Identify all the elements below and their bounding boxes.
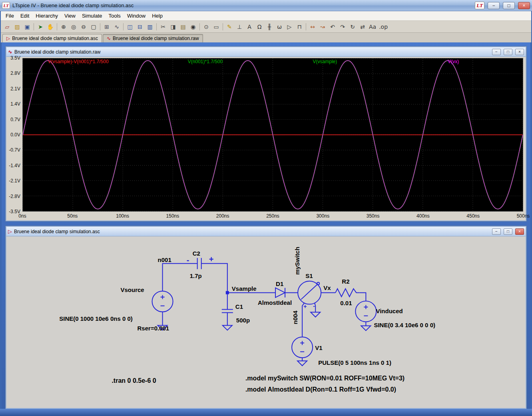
waveform-close-button[interactable]: × bbox=[515, 49, 524, 55]
move-icon[interactable]: ↔ bbox=[308, 22, 317, 31]
run-icon[interactable]: ➤ bbox=[36, 22, 45, 31]
menu-file[interactable]: File bbox=[2, 12, 17, 20]
diode-icon[interactable]: ▷ bbox=[285, 22, 294, 31]
c1-symbol[interactable] bbox=[222, 310, 233, 313]
window-frame-bottom bbox=[0, 409, 532, 416]
menu-tools[interactable]: Tools bbox=[106, 12, 124, 20]
menu-edit[interactable]: Edit bbox=[17, 12, 32, 20]
cascade-icon[interactable]: ▥ bbox=[145, 22, 155, 31]
window-titlebar[interactable]: LT LTspice IV - Bruene ideal diode clamp… bbox=[0, 0, 532, 11]
save-icon[interactable]: ▣ bbox=[22, 22, 32, 31]
text-icon[interactable]: Aa bbox=[368, 22, 377, 31]
schematic-label-model_switch_directive: .model mySwitch SW(RON=0.01 ROFF=10MEG V… bbox=[245, 375, 404, 382]
ltspice-window: LT LTspice IV - Bruene ideal diode clamp… bbox=[0, 0, 532, 416]
label-net-icon[interactable]: A bbox=[245, 22, 254, 31]
schematic-close-button[interactable]: × bbox=[515, 228, 524, 235]
tile-horizontal-icon[interactable]: ⊟ bbox=[135, 22, 145, 31]
plot-canvas[interactable]: V(vsample)-V(n001)*1.7/500V(n001)*1.7/50… bbox=[22, 58, 523, 212]
capacitor-icon[interactable]: ╫ bbox=[265, 22, 274, 31]
waveform-titlebar[interactable]: ∿ Bruene ideal diode clamp simulation.ra… bbox=[6, 47, 526, 57]
x-axis-tick: 350ns bbox=[367, 213, 380, 219]
zoom-full-icon[interactable]: ▢ bbox=[89, 22, 98, 31]
y-axis-tick: 2.1V bbox=[10, 86, 20, 92]
schematic-titlebar[interactable]: ▷ Bruene ideal diode clamp simulation.as… bbox=[6, 227, 526, 236]
menu-hierarchy[interactable]: Hierarchy bbox=[32, 12, 61, 20]
schematic-minimize-button[interactable]: − bbox=[492, 228, 501, 235]
spice-directive-icon[interactable]: .op bbox=[378, 22, 389, 31]
tile-vertical-icon[interactable]: ◫ bbox=[125, 22, 135, 31]
copy-icon[interactable]: ◨ bbox=[168, 22, 178, 31]
zoom-in-icon[interactable]: ⊕ bbox=[59, 22, 68, 31]
component-icon[interactable]: ⊓ bbox=[295, 22, 304, 31]
vinduced-symbol[interactable] bbox=[355, 301, 376, 322]
r2-symbol[interactable] bbox=[335, 289, 359, 297]
d1-symbol[interactable] bbox=[275, 288, 285, 298]
waveform-minimize-button[interactable]: − bbox=[492, 49, 501, 55]
y-axis-tick: -0.7V bbox=[9, 147, 20, 153]
vsample-node[interactable] bbox=[226, 291, 229, 294]
drag-icon[interactable]: ↝ bbox=[318, 22, 327, 31]
y-axis-tick: 2.8V bbox=[10, 70, 20, 76]
find-icon[interactable]: ◉ bbox=[188, 22, 198, 31]
vsource-symbol[interactable] bbox=[152, 291, 173, 312]
tab-label: Bruene ideal diode clamp simulation.asc bbox=[12, 36, 98, 41]
x-axis-tick: 500ns bbox=[517, 213, 530, 219]
zoom-pan-icon[interactable]: ◎ bbox=[69, 22, 78, 31]
rotate-icon[interactable]: ↻ bbox=[348, 22, 357, 31]
new-schematic-icon[interactable]: ▱ bbox=[2, 22, 12, 31]
x-axis-tick: 100ns bbox=[116, 213, 129, 219]
schematic-label-sw_minus: - bbox=[313, 303, 315, 309]
mirror-icon[interactable]: ⇄ bbox=[358, 22, 367, 31]
v1-symbol[interactable] bbox=[292, 337, 313, 358]
wire-icon[interactable]: ✎ bbox=[225, 22, 234, 31]
zoom-out-icon[interactable]: ⊖ bbox=[79, 22, 88, 31]
grid-icon[interactable]: ⊞ bbox=[102, 22, 112, 31]
minimize-button[interactable]: − bbox=[488, 2, 500, 9]
open-icon[interactable]: ▨ bbox=[12, 22, 22, 31]
mark-points-icon[interactable]: ∿ bbox=[112, 22, 122, 31]
undo-icon[interactable]: ↶ bbox=[328, 22, 337, 31]
x-axis-tick: 0ns bbox=[18, 213, 26, 219]
toolbar-separator bbox=[156, 23, 157, 30]
tab-waveform[interactable]: ∿Bruene ideal diode clamp simulation.raw bbox=[103, 34, 203, 42]
tab-label: Bruene ideal diode clamp simulation.raw bbox=[113, 36, 199, 41]
y-axis-tick: -1.4V bbox=[9, 163, 20, 168]
menu-simulate[interactable]: Simulate bbox=[79, 12, 106, 20]
x-axis-tick: 250ns bbox=[266, 213, 279, 219]
toolbar-separator bbox=[223, 23, 223, 30]
schematic-labels: n001-C2+1.7pVsourceSINE(0 1000 10e6 0ns … bbox=[59, 247, 435, 393]
schematic-label-vsample: Vsample bbox=[232, 285, 257, 292]
menu-view[interactable]: View bbox=[61, 12, 79, 20]
schematic-restore-button[interactable]: □ bbox=[504, 228, 512, 235]
s1-symbol[interactable] bbox=[298, 281, 321, 304]
tab-schematic[interactable]: ▷Bruene ideal diode clamp simulation.asc bbox=[2, 34, 102, 42]
schematic-label-s1_name: S1 bbox=[305, 272, 313, 279]
trace-label[interactable]: V(vx) bbox=[448, 59, 459, 64]
ground-icon[interactable]: ⊥ bbox=[235, 22, 244, 31]
close-button[interactable]: × bbox=[518, 2, 530, 9]
y-axis-tick: 0.0V bbox=[10, 132, 20, 138]
print-preview-icon[interactable]: ⊙ bbox=[201, 22, 211, 31]
paste-icon[interactable]: ▤ bbox=[178, 22, 188, 31]
c2-symbol[interactable] bbox=[197, 258, 201, 269]
trace-label[interactable]: V(vsample)-V(n001)*1.7/500 bbox=[48, 59, 109, 64]
trace-label[interactable]: V(vsample) bbox=[313, 59, 337, 64]
menu-window[interactable]: Window bbox=[124, 12, 149, 20]
ground-symbols bbox=[158, 312, 371, 366]
halt-icon[interactable]: ✋ bbox=[46, 22, 55, 31]
schematic-label-c2_name: C2 bbox=[193, 250, 200, 257]
x-axis-tick: 450ns bbox=[466, 213, 480, 219]
redo-icon[interactable]: ↷ bbox=[338, 22, 347, 31]
x-axis-tick: 300ns bbox=[316, 213, 329, 219]
waveform-restore-button[interactable]: □ bbox=[504, 49, 512, 55]
schematic-canvas[interactable]: n001-C2+1.7pVsourceSINE(0 1000 10e6 0ns … bbox=[6, 236, 526, 408]
trace-label[interactable]: V(n001)*1.7/500 bbox=[188, 59, 223, 64]
menu-help[interactable]: Help bbox=[149, 12, 166, 20]
maximize-button[interactable]: □ bbox=[503, 2, 515, 9]
schematic-label-v1_value: PULSE(0 5 100ns 1ns 0 1) bbox=[318, 359, 391, 366]
schematic-label-c1_name: C1 bbox=[235, 303, 243, 310]
resistor-icon[interactable]: Ω bbox=[255, 22, 264, 31]
inductor-icon[interactable]: ω bbox=[275, 22, 284, 31]
print-icon[interactable]: ▭ bbox=[211, 22, 221, 31]
cut-icon[interactable]: ✂ bbox=[158, 22, 168, 31]
